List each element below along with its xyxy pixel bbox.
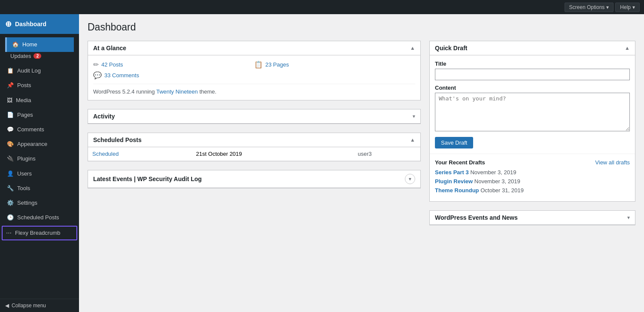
quick-draft-widget: Quick Draft ▲ Title Content Save Draft Y… (429, 41, 635, 202)
scheduled-post-user: user3 (353, 147, 420, 161)
quick-draft-content-textarea[interactable] (435, 93, 630, 131)
latest-events-header[interactable]: Latest Events | WP Security Audit Log ▾ (88, 170, 420, 188)
scheduled-posts-widget: Scheduled Posts ▲ Scheduled 21st October… (88, 133, 421, 161)
sidebar-comments-label: Comments (17, 126, 44, 133)
quick-draft-header[interactable]: Quick Draft ▲ (430, 41, 635, 55)
main-content: Dashboard At a Glance ▲ ✏ 42 Posts (79, 14, 644, 312)
chevron-down-icon: ▾ (632, 4, 635, 10)
glance-posts[interactable]: ✏ 42 Posts (93, 61, 254, 69)
sidebar-audit-log-label: Audit Log (17, 67, 41, 75)
pages-icon: 📄 (7, 111, 14, 119)
sidebar-item-scheduled-posts[interactable]: 🕒 Scheduled Posts (0, 210, 79, 225)
comments-count-icon: 💬 (93, 71, 102, 79)
at-a-glance-header[interactable]: At a Glance ▲ (88, 41, 420, 55)
save-draft-button[interactable]: Save Draft (435, 137, 473, 148)
help-label: Help (620, 4, 631, 10)
comments-count-link[interactable]: 33 Comments (104, 72, 139, 79)
activity-collapse-icon: ▾ (413, 113, 415, 119)
sidebar-appearance-label: Appearance (17, 140, 47, 148)
activity-header[interactable]: Activity ▾ (88, 109, 420, 124)
collapse-icon: ◀ (5, 303, 9, 309)
flexy-breadcrumb-icon: ⋯ (6, 229, 12, 237)
at-a-glance-collapse-icon: ▲ (410, 45, 415, 51)
sidebar-home-section: 🏠 Home Updates 2 (0, 34, 79, 64)
sidebar-item-home[interactable]: 🏠 Home (5, 37, 74, 52)
plugins-icon: 🔌 (7, 155, 14, 163)
glance-comments[interactable]: 💬 33 Comments (93, 71, 254, 79)
sidebar-item-posts[interactable]: 📌 Posts (0, 78, 79, 93)
screen-options-label: Screen Options (569, 4, 605, 10)
wp-events-header[interactable]: WordPress Events and News ▾ (430, 211, 635, 225)
draft-link-0[interactable]: Series Part 3 (435, 169, 469, 176)
sidebar-item-flexy-breadcrumb[interactable]: ⋯ Flexy Breadcrumb (2, 226, 77, 240)
help-button[interactable]: Help ▾ (615, 3, 640, 12)
draft-date-2: October 31, 2019 (480, 187, 523, 194)
latest-events-title: Latest Events | WP Security Audit Log (93, 176, 202, 182)
wp-events-title: WordPress Events and News (435, 214, 518, 221)
sidebar-updates[interactable]: Updates 2 (5, 52, 74, 63)
screen-options-button[interactable]: Screen Options ▾ (565, 3, 614, 12)
posts-count-link[interactable]: 42 Posts (101, 61, 123, 68)
sidebar-item-users[interactable]: 👤 Users (0, 167, 79, 181)
sidebar-item-tools[interactable]: 🔧 Tools (0, 181, 79, 196)
pages-count-icon: 📋 (254, 61, 263, 69)
sidebar-users-label: Users (17, 170, 32, 178)
scheduled-post-link[interactable]: Scheduled (92, 151, 118, 157)
top-bar: Screen Options ▾ Help ▾ (0, 0, 644, 14)
scheduled-posts-header[interactable]: Scheduled Posts ▲ (88, 133, 420, 147)
recent-drafts-section: Your Recent Drafts View all drafts Serie… (430, 154, 635, 201)
updates-badge: 2 (33, 53, 41, 59)
posts-count-icon: ✏ (93, 61, 99, 69)
sidebar-flexy-breadcrumb-label: Flexy Breadcrumb (15, 229, 60, 237)
sidebar-item-media[interactable]: 🖼 Media (0, 93, 79, 108)
recent-drafts-title: Your Recent Drafts (435, 159, 485, 166)
activity-title: Activity (93, 113, 115, 120)
at-a-glance-title: At a Glance (93, 45, 126, 51)
pages-count-link[interactable]: 23 Pages (265, 61, 289, 68)
draft-link-1[interactable]: Plugin Review (435, 178, 473, 185)
quick-draft-collapse-icon: ▲ (625, 45, 630, 51)
quick-draft-body: Title Content Save Draft (430, 55, 635, 154)
activity-widget: Activity ▾ (88, 109, 421, 124)
chevron-down-icon: ▾ (606, 4, 609, 10)
appearance-icon: 🎨 (7, 140, 14, 148)
tools-icon: 🔧 (7, 185, 14, 192)
sidebar-pages-label: Pages (17, 111, 33, 119)
sidebar-updates-label: Updates (10, 53, 31, 59)
glance-grid: ✏ 42 Posts 📋 23 Pages 💬 33 Comments (93, 61, 415, 79)
sidebar-item-pages[interactable]: 📄 Pages (0, 108, 79, 122)
sidebar: ⊕ Dashboard 🏠 Home Updates 2 📋 Audit Log… (0, 14, 79, 312)
sidebar-scheduled-posts-label: Scheduled Posts (17, 214, 59, 221)
sidebar-item-settings[interactable]: ⚙️ Settings (0, 196, 79, 210)
scheduled-posts-table: Scheduled 21st October 2019 user3 (88, 147, 420, 161)
wp-events-widget: WordPress Events and News ▾ (429, 210, 635, 225)
wp-info-text: WordPress 5.2.4 running (93, 88, 156, 95)
draft-item-1: Plugin Review November 3, 2019 (435, 178, 630, 185)
sidebar-settings-label: Settings (17, 199, 37, 207)
latest-events-collapse-button[interactable]: ▾ (405, 174, 415, 184)
theme-suffix: theme. (198, 88, 216, 95)
quick-draft-title-input[interactable] (435, 69, 630, 80)
glance-pages[interactable]: 📋 23 Pages (254, 61, 415, 69)
columns-layout: At a Glance ▲ ✏ 42 Posts 📋 23 Pages (88, 41, 635, 234)
sidebar-brand[interactable]: ⊕ Dashboard (0, 14, 79, 34)
draft-item-2: Theme Roundup October 31, 2019 (435, 187, 630, 194)
at-a-glance-body: ✏ 42 Posts 📋 23 Pages 💬 33 Comments (88, 55, 420, 100)
sidebar-brand-label: Dashboard (15, 21, 46, 27)
wp-logo-icon: ⊕ (5, 19, 12, 29)
media-icon: 🖼 (7, 97, 12, 104)
scheduled-posts-body: Scheduled 21st October 2019 user3 (88, 147, 420, 161)
draft-link-2[interactable]: Theme Roundup (435, 187, 479, 194)
settings-icon: ⚙️ (7, 199, 14, 207)
wp-info: WordPress 5.2.4 running Twenty Nineteen … (93, 84, 415, 95)
view-all-drafts-link[interactable]: View all drafts (595, 159, 630, 166)
sidebar-item-plugins[interactable]: 🔌 Plugins (0, 151, 79, 166)
sidebar-media-label: Media (16, 97, 31, 104)
quick-draft-content-label: Content (435, 85, 630, 91)
scheduled-posts-title: Scheduled Posts (93, 136, 142, 143)
sidebar-item-comments[interactable]: 💬 Comments (0, 122, 79, 137)
collapse-menu-button[interactable]: ◀ Collapse menu (0, 299, 79, 312)
sidebar-item-appearance[interactable]: 🎨 Appearance (0, 137, 79, 151)
sidebar-item-audit-log[interactable]: 📋 Audit Log (0, 64, 79, 78)
theme-link[interactable]: Twenty Nineteen (156, 88, 198, 95)
